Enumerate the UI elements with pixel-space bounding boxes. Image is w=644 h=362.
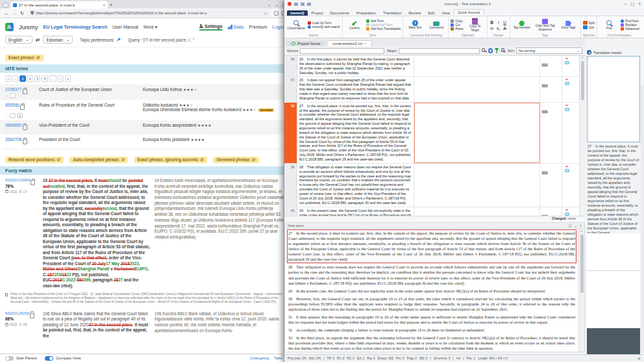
italic-button[interactable]: i bbox=[496, 20, 501, 25]
page-4[interactable]: 4 bbox=[42, 75, 47, 82]
back-button[interactable]: ← bbox=[4, 10, 9, 16]
page-last[interactable]: » bbox=[65, 75, 71, 82]
page-1[interactable]: 1 bbox=[19, 75, 25, 82]
view-pane-scrollbar[interactable]: ˄ bbox=[578, 229, 584, 352]
comments-button[interactable]: Comments bbox=[427, 21, 446, 29]
exact-phrase-badge[interactable]: Exact phrase: ∅ bbox=[5, 55, 43, 61]
fuzzy-result[interactable]: 62021CJ020266% 2022. 9. 29. 106 Since AB… bbox=[0, 308, 291, 341]
comment-icon[interactable] bbox=[565, 169, 569, 172]
close-pane-icon[interactable]: × bbox=[580, 224, 582, 227]
compact-view-toggle[interactable] bbox=[45, 356, 53, 361]
maximize-button[interactable]: ▢ bbox=[630, 1, 634, 6]
tab-preparation[interactable]: Preparation bbox=[353, 10, 379, 16]
bookmark-star-icon[interactable]: ☆ bbox=[264, 11, 267, 16]
comment-icon[interactable] bbox=[565, 213, 569, 216]
move-icon[interactable]: ⇄ bbox=[17, 113, 23, 118]
tag-insertion-button[interactable]: Tag Insertion bbox=[512, 21, 532, 29]
celex-link[interactable]: 62021CJ0202 bbox=[5, 311, 29, 315]
library-icon[interactable] bbox=[274, 11, 279, 16]
celex-link[interactable]: 62022CC0004 bbox=[5, 178, 31, 182]
bold-button[interactable]: B bbox=[489, 20, 495, 25]
target-filter-input[interactable] bbox=[399, 48, 480, 54]
tab-close-icon[interactable]: × bbox=[103, 3, 105, 7]
segment-row[interactable]: 56. 25In the first place, it cannot be h… bbox=[284, 56, 585, 77]
copy-icon[interactable] bbox=[31, 311, 34, 315]
side-panels-toggle[interactable] bbox=[5, 356, 14, 361]
relaxed-positions-badge[interactable]: Relaxed word positions: ∅ bbox=[5, 157, 64, 163]
reload-button[interactable]: ↻ bbox=[20, 10, 24, 16]
grid-scrollbar[interactable]: ˄ bbox=[579, 56, 585, 216]
stats-link[interactable]: Stats bbox=[228, 25, 244, 29]
sort-dropdown[interactable]: No sorting⌄ bbox=[516, 47, 582, 54]
fuzzy-result[interactable]: 62022CC000476% 2022. 8. 17. 19 27 In the… bbox=[0, 175, 291, 291]
target-cell[interactable] bbox=[414, 207, 540, 216]
copy-to-target-button[interactable]: Copy To Target bbox=[465, 18, 485, 31]
iate-row[interactable]: 3584650 Vice-President of the Court Euro… bbox=[0, 120, 291, 129]
minimize-button[interactable]: – bbox=[275, 3, 278, 7]
results-scrollbar[interactable] bbox=[641, 85, 644, 353]
paste-button[interactable]: Paste bbox=[451, 27, 463, 31]
source-cell[interactable]: 29In the present case, the General Court… bbox=[297, 207, 414, 216]
copy-next-tag-sequence-button[interactable]: Copy Next Tag Sequence bbox=[534, 19, 557, 31]
quick-add-term-button[interactable]: Quick Add Term bbox=[366, 23, 401, 27]
replace-button[interactable]: Replace bbox=[621, 23, 639, 27]
nav-terminology-search[interactable]: EU Legal Terminology Search bbox=[43, 25, 108, 29]
join-button[interactable]: Join bbox=[583, 25, 595, 29]
tab-project[interactable]: Project bbox=[308, 10, 327, 16]
new-tab-button[interactable]: + bbox=[110, 1, 113, 8]
add-non-translatable-button[interactable]: Add Non-Translatable bbox=[366, 27, 401, 31]
iate-row[interactable]: 2208377 Court of Justice of the European… bbox=[0, 84, 291, 93]
target-language-select[interactable]: Estonian⌄ bbox=[43, 36, 73, 44]
add-term-button[interactable]: Add Term bbox=[366, 19, 401, 23]
look-up-term-button[interactable]: Look Up Term bbox=[308, 21, 340, 25]
confirm-button[interactable]: ✔Confirm bbox=[345, 20, 364, 30]
url-bar[interactable]: https://juremy.com/search?src=eng&dst=es… bbox=[27, 10, 270, 17]
auto-completed-badge[interactable]: Auto-completed phrase: ∅ bbox=[69, 157, 128, 163]
tab-memoq[interactable]: memoQ bbox=[287, 10, 308, 16]
quick-access-icon[interactable] bbox=[294, 3, 298, 6]
swap-languages-button[interactable]: ⇄ bbox=[36, 37, 40, 43]
segment-row[interactable]: 59. 28That obligation to state reasons d… bbox=[284, 164, 585, 207]
quick-access-record-icon[interactable] bbox=[288, 2, 291, 6]
split-button[interactable]: Split bbox=[583, 21, 595, 25]
premium-link[interactable]: Premium bbox=[249, 25, 267, 29]
subscript-button[interactable]: x₂ bbox=[496, 26, 501, 31]
underline-button[interactable]: U bbox=[502, 20, 508, 25]
strikethrough-button[interactable]: A bbox=[502, 26, 508, 31]
project-home-tab[interactable]: Project home bbox=[286, 41, 325, 46]
tab-review[interactable]: Review bbox=[405, 10, 424, 16]
source-cell[interactable]: 27In the second place, it must be pointe… bbox=[297, 103, 414, 163]
copy-button[interactable]: Copy bbox=[451, 19, 463, 23]
segment-row-active[interactable]: 58. 27In the second place, it must be po… bbox=[284, 103, 585, 164]
advanced-find-button[interactable]: Advanced bbox=[621, 27, 639, 31]
page-first[interactable]: « bbox=[5, 75, 11, 82]
copy-icon[interactable] bbox=[23, 138, 27, 142]
drag-handle-icon[interactable]: ⋮ bbox=[5, 94, 8, 97]
mark-text-button[interactable]: iMark Text bbox=[405, 20, 425, 29]
comment-icon[interactable] bbox=[565, 108, 569, 111]
firefox-view-button[interactable] bbox=[3, 3, 8, 8]
find-next-button[interactable]: Find Next bbox=[621, 19, 639, 23]
source-cell[interactable]: 25In the first place, it cannot be held … bbox=[297, 56, 414, 76]
minimize-button[interactable]: – bbox=[624, 1, 626, 6]
copy-icon[interactable] bbox=[23, 123, 27, 127]
page-prev[interactable]: ‹ bbox=[12, 75, 18, 82]
target-cell[interactable] bbox=[414, 164, 540, 207]
drag-handle-icon[interactable]: ⋮ bbox=[5, 143, 8, 147]
source-language-select[interactable]: English⌄ bbox=[5, 36, 32, 44]
drag-handle-icon[interactable]: ⋮ bbox=[5, 114, 8, 118]
expand-icon[interactable]: ◌ bbox=[10, 93, 16, 98]
web-search-button[interactable]: memoQ web search bbox=[308, 25, 340, 29]
segment-row[interactable]: 57. 26It does not appear from paragraph … bbox=[284, 77, 585, 102]
quick-access-icon[interactable] bbox=[307, 3, 311, 6]
nav-user-manual[interactable]: User Manual bbox=[112, 25, 138, 29]
term-id-link[interactable]: 3584708 bbox=[5, 137, 21, 142]
term-id-link[interactable]: 2208377 bbox=[5, 87, 21, 92]
stemmed-phrase-badge[interactable]: Stemmed phrase: ∅ bbox=[213, 157, 258, 163]
settings-link[interactable]: Settings bbox=[199, 24, 223, 31]
cut-button[interactable]: Cut bbox=[451, 23, 463, 27]
tab-edit[interactable]: Edit bbox=[425, 10, 438, 16]
quick-access-icon[interactable] bbox=[301, 3, 304, 6]
source-cell[interactable]: 28That obligation to state reasons does … bbox=[297, 164, 414, 207]
segment-row[interactable]: 60. 29In the present case, the General C… bbox=[284, 207, 585, 216]
